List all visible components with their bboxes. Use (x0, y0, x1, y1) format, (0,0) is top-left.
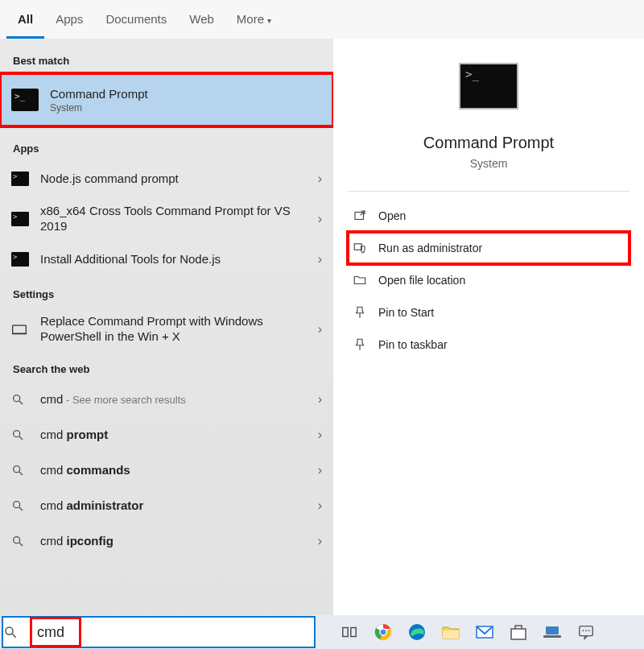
action-label: Open (378, 209, 406, 222)
chevron-right-icon[interactable]: › (318, 534, 322, 548)
action-open[interactable]: Open (348, 200, 630, 232)
svg-point-10 (14, 537, 20, 544)
action-pin-to-taskbar[interactable]: Pin to taskbar (348, 329, 630, 361)
search-icon (11, 499, 29, 512)
web-result-cmd-commands[interactable]: cmd commands › (0, 453, 333, 488)
open-icon (353, 209, 367, 223)
svg-rect-1 (12, 333, 27, 334)
result-label: cmd - See more search results (40, 392, 307, 407)
divider (348, 191, 630, 192)
edge-icon[interactable] (406, 621, 428, 643)
result-replace-cmd-ps[interactable]: Replace Command Prompt with Windows Powe… (0, 307, 333, 352)
chevron-right-icon[interactable]: › (318, 252, 322, 267)
svg-line-5 (19, 436, 23, 440)
chat-icon[interactable] (575, 621, 597, 643)
search-icon (11, 464, 29, 477)
tab-more[interactable]: More▾ (225, 0, 283, 39)
svg-line-11 (19, 543, 23, 546)
best-match-text: Command Prompt System (50, 87, 148, 114)
action-pin-to-start[interactable]: Pin to Start (348, 296, 630, 329)
chevron-right-icon[interactable]: › (318, 428, 322, 442)
search-input-highlight (32, 619, 79, 645)
section-best-match: Best match (0, 43, 333, 73)
pin-icon (353, 337, 367, 352)
svg-point-2 (14, 395, 20, 402)
svg-rect-23 (443, 630, 459, 639)
best-match-result[interactable]: Command Prompt System (0, 73, 333, 126)
result-label: cmd commands (40, 463, 307, 478)
chevron-right-icon[interactable]: › (318, 498, 322, 513)
preview-title: Command Prompt (423, 134, 554, 152)
svg-line-13 (361, 211, 365, 215)
file-explorer-icon[interactable] (440, 621, 462, 643)
search-icon (11, 428, 29, 441)
svg-point-8 (14, 502, 20, 508)
chrome-icon[interactable] (372, 621, 394, 643)
result-label: x86_x64 Cross Tools Command Prompt for V… (40, 204, 307, 234)
laptop-icon[interactable] (541, 621, 564, 643)
chevron-right-icon[interactable]: › (318, 322, 322, 337)
svg-line-7 (19, 472, 23, 475)
search-icon (11, 393, 29, 406)
action-open-file-location[interactable]: Open file location (348, 264, 630, 296)
chevron-right-icon[interactable]: › (318, 463, 322, 477)
command-prompt-icon (11, 212, 29, 226)
shield-icon (353, 241, 367, 255)
result-label: Replace Command Prompt with Windows Powe… (40, 314, 307, 345)
taskbar-icons (338, 621, 597, 643)
web-result-cmd-ipconfig[interactable]: cmd ipconfig › (0, 523, 333, 559)
action-label: Pin to Start (378, 306, 434, 319)
tab-all[interactable]: All (6, 0, 44, 39)
preview-actions: Open Run as administrator Open file loca… (348, 200, 630, 361)
tab-web[interactable]: Web (178, 0, 225, 39)
svg-rect-14 (354, 244, 361, 250)
svg-rect-18 (351, 628, 356, 637)
results-column: Best match Command Prompt System Apps No… (0, 39, 333, 615)
section-settings: Settings (0, 277, 333, 307)
preview-pane: Command Prompt System Open Run as admini… (333, 39, 644, 615)
preview-header: Command Prompt System (348, 58, 630, 200)
result-vs-cross-tools[interactable]: x86_x64 Cross Tools Command Prompt for V… (0, 196, 333, 242)
folder-icon (353, 273, 367, 287)
search-icon (11, 535, 29, 548)
chevron-right-icon[interactable]: › (318, 212, 322, 226)
svg-rect-25 (511, 629, 526, 639)
chevron-down-icon: ▾ (267, 16, 271, 25)
mail-icon[interactable] (473, 621, 496, 643)
store-icon[interactable] (507, 621, 530, 643)
chevron-right-icon[interactable]: › (318, 392, 322, 407)
web-result-cmd-administrator[interactable]: cmd administrator › (0, 488, 333, 523)
result-label: cmd administrator (40, 498, 307, 514)
command-prompt-icon (459, 63, 518, 110)
svg-line-9 (19, 507, 23, 511)
tab-apps[interactable]: Apps (44, 0, 94, 39)
command-prompt-icon (11, 89, 39, 111)
svg-point-6 (14, 466, 20, 473)
web-result-cmd[interactable]: cmd - See more search results › (0, 382, 333, 417)
best-match-title: Command Prompt (50, 87, 148, 101)
svg-point-31 (588, 630, 590, 631)
taskbar-search[interactable] (2, 616, 316, 648)
preview-subtitle: System (470, 157, 508, 170)
chevron-right-icon[interactable]: › (318, 172, 322, 186)
web-result-cmd-prompt[interactable]: cmd prompt › (0, 417, 333, 453)
svg-line-3 (19, 401, 23, 404)
taskbar (0, 615, 644, 649)
result-nodejs-prompt[interactable]: Node.js command prompt › (0, 161, 333, 196)
action-run-as-administrator[interactable]: Run as administrator (348, 232, 630, 264)
task-view-icon[interactable] (338, 621, 361, 643)
result-label: cmd ipconfig (40, 534, 307, 549)
svg-rect-17 (343, 628, 348, 637)
svg-point-21 (380, 629, 386, 635)
svg-rect-27 (543, 635, 561, 638)
search-input[interactable] (35, 619, 76, 645)
search-filter-tabs: All Apps Documents Web More▾ (0, 0, 644, 39)
command-prompt-icon (11, 172, 29, 186)
result-label: cmd prompt (40, 428, 307, 443)
result-install-node-tools[interactable]: Install Additional Tools for Node.js › (0, 242, 333, 277)
svg-point-15 (6, 627, 13, 635)
search-icon (3, 625, 34, 639)
settings-icon (11, 323, 29, 336)
svg-point-30 (585, 630, 587, 631)
tab-documents[interactable]: Documents (94, 0, 178, 39)
